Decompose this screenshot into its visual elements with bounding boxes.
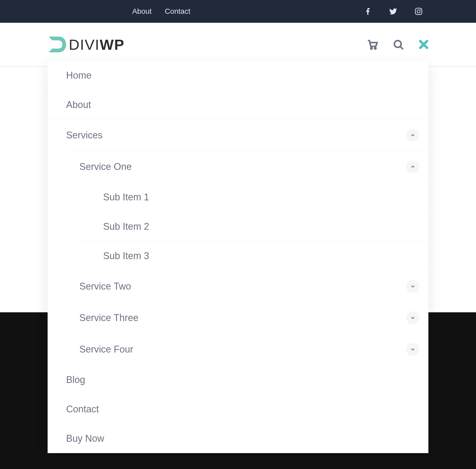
twitter-icon[interactable] (389, 7, 398, 16)
submenu-item-label: Service Four (79, 344, 133, 355)
logo-mark-icon (47, 34, 67, 55)
submenu-item-label: Service Three (79, 312, 138, 323)
subsub-item-1[interactable]: Sub Item 1 (79, 183, 428, 212)
chevron-down-icon[interactable] (406, 311, 419, 324)
menu-item-label: Buy Now (66, 433, 104, 444)
chevron-down-icon[interactable] (406, 280, 419, 293)
subsub-item-label: Sub Item 1 (103, 192, 149, 203)
chevron-down-icon[interactable] (406, 343, 419, 356)
topbar-social (363, 7, 423, 16)
menu-item-label: Blog (66, 374, 85, 385)
menu-item-label: About (66, 99, 91, 110)
menu-item-about[interactable]: About (48, 90, 428, 119)
subsub-item-label: Sub Item 3 (103, 250, 149, 261)
chevron-up-icon[interactable] (406, 160, 419, 173)
menu-item-label: Home (66, 70, 91, 81)
submenu-row-service-four[interactable]: Service Four (66, 334, 428, 365)
topbar-link-contact[interactable]: Contact (165, 7, 190, 16)
top-bar: About Contact (0, 0, 476, 23)
submenu-item-service-four: Service Four (66, 333, 428, 365)
menu-item-blog[interactable]: Blog (48, 365, 428, 394)
services-submenu: Service One Sub Item 1 Sub Item 2 (66, 151, 428, 365)
svg-point-0 (371, 48, 372, 49)
submenu-item-label: Service Two (79, 281, 131, 292)
facebook-icon[interactable] (363, 7, 372, 16)
menu-row-services[interactable]: Services (48, 120, 428, 151)
submenu-row-service-two[interactable]: Service Two (66, 271, 428, 302)
instagram-icon[interactable] (414, 7, 423, 16)
cart-icon[interactable] (367, 39, 379, 50)
menu-item-services: Services Service One Sub (48, 119, 428, 365)
menu-item-buy-now[interactable]: Buy Now (48, 424, 428, 453)
close-menu-icon[interactable] (418, 39, 429, 50)
subsub-item-2[interactable]: Sub Item 2 (79, 212, 428, 241)
header-actions (367, 39, 429, 50)
main-header: DIVIWP (0, 23, 476, 67)
submenu-item-label: Service One (79, 161, 132, 172)
chevron-up-icon[interactable] (406, 129, 419, 142)
subsub-item-label: Sub Item 2 (103, 221, 149, 232)
menu-item-home[interactable]: Home (48, 61, 428, 90)
topbar-link-about[interactable]: About (132, 7, 152, 16)
submenu-item-service-one: Service One Sub Item 1 Sub Item 2 (66, 151, 428, 270)
submenu-item-service-three: Service Three (66, 302, 428, 333)
svg-line-3 (400, 46, 402, 49)
submenu-row-service-three[interactable]: Service Three (66, 302, 428, 333)
logo-text: DIVIWP (69, 36, 125, 53)
logo-text-part2: WP (100, 36, 125, 53)
submenu-row-service-one[interactable]: Service One (66, 151, 428, 182)
menu-item-label: Services (66, 130, 103, 141)
logo[interactable]: DIVIWP (47, 34, 125, 55)
topbar-links: About Contact (132, 7, 190, 16)
service-one-submenu: Sub Item 1 Sub Item 2 Sub Item 3 (79, 182, 428, 270)
search-icon[interactable] (392, 39, 404, 50)
submenu-item-service-two: Service Two (66, 270, 428, 302)
menu-item-label: Contact (66, 404, 99, 415)
mobile-menu-panel: Home About Services Service One (48, 61, 428, 453)
menu-item-contact[interactable]: Contact (48, 394, 428, 424)
logo-text-part1: DIVI (69, 36, 100, 53)
subsub-item-3[interactable]: Sub Item 3 (79, 241, 428, 270)
svg-point-1 (374, 48, 376, 49)
